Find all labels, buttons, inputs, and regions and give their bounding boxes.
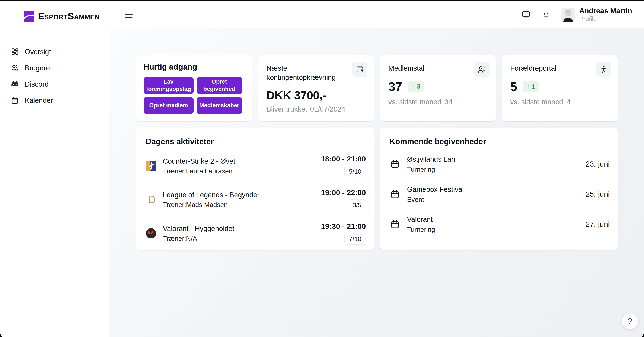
- event-date: 23. juni: [586, 160, 610, 168]
- event-row-gamebox-festival[interactable]: Gamebox Festival Event 25. juni: [390, 179, 610, 209]
- up-arrow-icon: ↑: [527, 83, 530, 90]
- calendar-icon: [390, 189, 400, 199]
- activity-row-cs2[interactable]: Counter-Strike 2 - Øvet Træner:Laura Lau…: [146, 149, 366, 183]
- parent-portal-delta-badge: ↑ 1: [523, 81, 539, 92]
- valorant-icon: [146, 228, 156, 239]
- activity-capacity-badge: 3/5: [348, 199, 366, 211]
- sidebar-item-label: Brugere: [25, 64, 50, 72]
- event-row-ostjyllands-lan[interactable]: Østjyllands Lan Turnering 23. juni: [390, 149, 610, 179]
- calendar-icon: [11, 96, 19, 105]
- payment-amount: DKK 3700,-: [266, 88, 366, 102]
- esportsammen-logo-icon: [23, 10, 34, 22]
- users-icon: [11, 64, 19, 72]
- app-logo-text: EsportSammen: [38, 11, 100, 21]
- accessibility-icon: [596, 62, 611, 77]
- event-title: Østjyllands Lan: [407, 155, 455, 164]
- activity-capacity-badge: 7/10: [344, 233, 366, 245]
- parent-portal-compare: vs. sidste måned 4: [510, 98, 610, 106]
- calendar-icon: [390, 219, 400, 230]
- screen-corner-bezel-left: [0, 332, 7, 337]
- activity-trainer: Træner:Laura Laurasen: [163, 167, 235, 175]
- activity-texts: Counter-Strike 2 - Øvet Træner:Laura Lau…: [163, 157, 235, 175]
- upcoming-events-card: Kommende begivenheder Østjyllands Lan Tu…: [380, 128, 618, 250]
- sidebar: EsportSammen Oversigt: [0, 1, 109, 337]
- event-row-valorant[interactable]: Valorant Turnering 27. juni: [390, 209, 610, 239]
- members-delta-badge: ↑ 3: [408, 81, 424, 92]
- help-button[interactable]: ?: [622, 313, 638, 329]
- notifications-bell-icon[interactable]: [541, 9, 551, 20]
- activities-title: Dagens aktiviteter: [146, 137, 366, 146]
- sidebar-item-oversigt[interactable]: Oversigt: [11, 47, 108, 56]
- members-compare-label: vs. sidste måned: [388, 98, 441, 106]
- create-post-button[interactable]: Lav foreningsopslag: [144, 77, 194, 94]
- avatar: [561, 8, 575, 22]
- app-logo: EsportSammen: [23, 10, 108, 22]
- create-event-button[interactable]: Opret begivenhed: [197, 77, 242, 94]
- event-texts: Gamebox Festival Event: [407, 185, 464, 204]
- wallet-icon: [352, 62, 368, 77]
- parent-portal-delta: 1: [532, 83, 535, 90]
- activity-time: 18:00 - 21:00: [321, 155, 366, 163]
- parent-portal-title: Forældreportal: [510, 64, 610, 73]
- top-header: Andreas Martin Profile: [109, 1, 644, 28]
- activity-time: 19:30 - 21:00: [321, 222, 366, 231]
- create-member-button[interactable]: Opret medlem: [144, 97, 194, 114]
- payment-title: Næste kontingentopkrævning: [266, 64, 337, 82]
- memberships-button[interactable]: Medlemskaber: [197, 97, 242, 114]
- screen-top-bezel: [0, 0, 644, 1]
- members-icon: [474, 62, 490, 77]
- event-type: Turnering: [407, 166, 455, 173]
- main-content: Hurtig adgang Lav foreningsopslag Opret …: [109, 28, 644, 337]
- activity-title: Valorant - Hyggeholdet: [163, 224, 234, 233]
- quick-access-buttons: Lav foreningsopslag Opret begivenhed Opr…: [144, 77, 234, 114]
- payment-date: 01/07/2024: [310, 105, 345, 113]
- members-value: 37: [388, 79, 402, 94]
- discord-icon: [11, 80, 19, 88]
- activity-trainer: Træner:Mads Madsen: [163, 201, 260, 209]
- sidebar-item-label: Discord: [25, 80, 49, 88]
- activity-row-valorant[interactable]: Valorant - Hyggeholdet Træner:N/A 19:30 …: [146, 217, 366, 250]
- parent-portal-card: Forældreportal 5 ↑ 1 vs. sidste måned 4: [502, 55, 618, 121]
- activity-texts: League of Legends - Begynder Træner:Mads…: [163, 190, 260, 209]
- payment-subtitle-label: Bliver trukket: [266, 105, 307, 113]
- counter-strike-2-icon: [146, 161, 156, 171]
- quick-access-card: Hurtig adgang Lav foreningsopslag Opret …: [136, 55, 252, 121]
- members-title: Medlemstal: [388, 64, 488, 73]
- activity-row-lol[interactable]: League of Legends - Begynder Træner:Mads…: [146, 183, 366, 217]
- activity-title: Counter-Strike 2 - Øvet: [163, 157, 235, 166]
- payment-subtitle: Bliver trukket 01/07/2024: [266, 105, 366, 113]
- event-type: Turnering: [407, 226, 435, 234]
- parent-portal-value: 5: [510, 79, 517, 94]
- sidebar-item-label: Oversigt: [25, 48, 51, 56]
- members-delta: 3: [417, 83, 420, 90]
- member-count-card: Medlemstal 37 ↑ 3 vs. sidste måned 34: [380, 55, 496, 121]
- parent-portal-compare-value: 4: [566, 98, 570, 106]
- hamburger-menu-icon[interactable]: [125, 11, 132, 18]
- members-compare-value: 34: [445, 98, 452, 106]
- screen-corner-bezel-right: [637, 332, 644, 337]
- events-title: Kommende begivenheder: [390, 137, 610, 146]
- user-info: Andreas Martin Profile: [579, 6, 632, 22]
- activity-capacity-badge: 5/10: [344, 166, 366, 177]
- event-title: Valorant: [407, 215, 435, 224]
- dashboard-grid-icon: [11, 47, 19, 56]
- members-compare: vs. sidste måned 34: [388, 98, 488, 106]
- sidebar-item-brugere[interactable]: Brugere: [11, 64, 108, 72]
- league-of-legends-icon: [146, 194, 156, 205]
- event-title: Gamebox Festival: [407, 185, 464, 194]
- activity-time: 19:00 - 22:00: [321, 188, 366, 197]
- activity-texts: Valorant - Hyggeholdet Træner:N/A: [163, 224, 234, 243]
- event-texts: Østjyllands Lan Turnering: [407, 155, 455, 173]
- activity-trainer: Træner:N/A: [163, 235, 234, 243]
- user-role: Profile: [579, 15, 632, 23]
- user-name: Andreas Martin: [579, 6, 632, 15]
- sidebar-item-kalender[interactable]: Kalender: [11, 96, 108, 105]
- display-mode-icon[interactable]: [521, 9, 531, 20]
- event-type: Event: [407, 196, 464, 204]
- next-payment-card: Næste kontingentopkrævning DKK 3700,- Bl…: [258, 55, 374, 121]
- sidebar-item-discord[interactable]: Discord: [11, 80, 108, 88]
- quick-access-title: Hurtig adgang: [144, 62, 246, 71]
- user-profile-menu[interactable]: Andreas Martin Profile: [561, 6, 632, 22]
- event-date: 27. juni: [586, 220, 610, 228]
- calendar-icon: [390, 159, 400, 169]
